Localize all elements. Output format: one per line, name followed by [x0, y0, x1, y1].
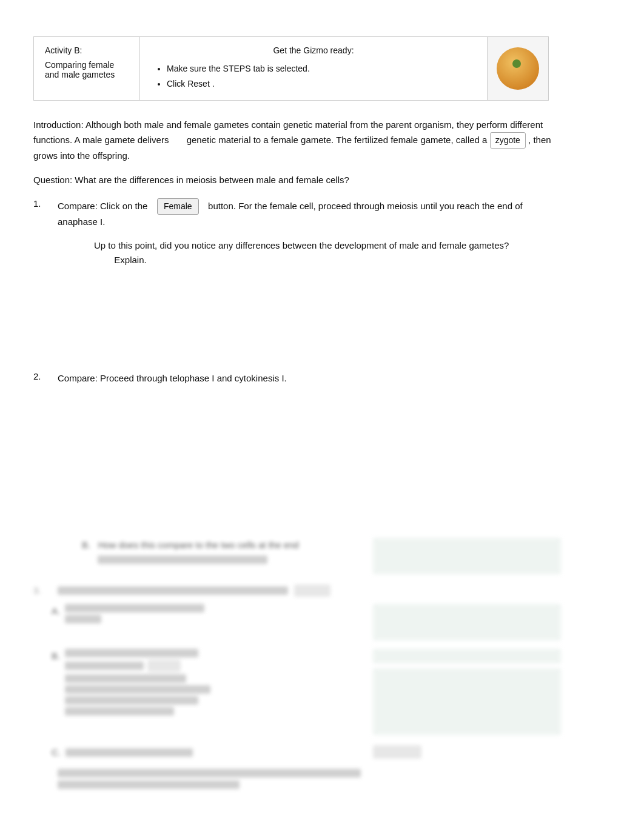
- item-3-header-text: [58, 585, 561, 597]
- sub-c-row: C.: [33, 745, 561, 760]
- sub-a-text: [65, 604, 204, 623]
- female-button-label: Female: [157, 198, 199, 215]
- list-item-2: 2. Compare: Proceed through telophase I …: [33, 371, 561, 526]
- item-1-sub-question: Up to this point, did you notice any dif…: [58, 238, 561, 269]
- bottom-blurred-text: [33, 769, 561, 789]
- sub-b-left: B.: [33, 649, 363, 716]
- item-2-number: 2.: [33, 371, 58, 526]
- spacer-2: [58, 392, 561, 477]
- gizmo-graphic: [497, 47, 539, 90]
- intro-text-1: Introduction: Although both male and fem…: [33, 119, 543, 145]
- compare-b-text: How does this compare to the two cells a…: [93, 540, 298, 550]
- activity-image: [488, 37, 548, 100]
- compare-b-section: B. How does this compare to the two cell…: [33, 538, 561, 576]
- item-3-blurred: 3. A.: [33, 585, 561, 789]
- item-3-header: 3.: [33, 585, 561, 597]
- sub-c-text: [65, 748, 193, 757]
- answer-a-input[interactable]: [373, 604, 561, 640]
- zygote-highlight: zygote: [490, 132, 526, 148]
- answer-c-highlight: [373, 745, 421, 759]
- sub-b-text: [65, 649, 210, 716]
- sub-c-letter: C.: [52, 745, 61, 760]
- sub-a-right: [373, 604, 561, 640]
- sub-b-letter: B.: [52, 649, 60, 664]
- item-3-highlight: [294, 585, 330, 597]
- activity-label: Activity B: Comparing female and male ga…: [34, 37, 140, 100]
- numbered-list: 1. Compare: Click on the Female button. …: [33, 198, 561, 526]
- instruction-item-2: Click Reset .: [167, 76, 475, 92]
- sub-a-row: A.: [33, 604, 561, 640]
- sub-a-letter: A.: [52, 604, 60, 619]
- sub-a-left: A.: [33, 604, 363, 623]
- introduction-paragraph: Introduction: Although both male and fem…: [33, 118, 561, 163]
- compare-b-left: B. How does this compare to the two cell…: [33, 538, 363, 576]
- item-3-text-bar: [58, 586, 288, 595]
- compare-b-answer-box: [373, 538, 561, 576]
- activity-title: Activity B:: [45, 45, 129, 55]
- compare-b-label: B.: [82, 540, 90, 550]
- answer-b2-top[interactable]: [373, 649, 561, 663]
- activity-box: Activity B: Comparing female and male ga…: [33, 36, 549, 101]
- item-1-content: Compare: Click on the Female button. For…: [58, 198, 561, 359]
- item-2-text: Compare: Proceed through telophase I and…: [58, 371, 561, 386]
- instructions-list: Make sure the STEPS tab is selected. Cli…: [152, 61, 475, 92]
- sub-c-left: C.: [33, 745, 363, 760]
- activity-instructions: Get the Gizmo ready: Make sure the STEPS…: [140, 37, 488, 100]
- answer-b-input[interactable]: [373, 538, 561, 574]
- answer-b2-main[interactable]: [373, 668, 561, 735]
- sub-b-row: B.: [33, 649, 561, 737]
- instruction-item-1: Make sure the STEPS tab is selected.: [167, 61, 475, 76]
- item-3-num: 3.: [33, 585, 58, 595]
- list-item-1: 1. Compare: Click on the Female button. …: [33, 198, 561, 359]
- item-1-number: 1.: [33, 198, 58, 359]
- sub-b-right: [373, 649, 561, 737]
- get-ready-title: Get the Gizmo ready:: [152, 45, 475, 55]
- spacer-1: [58, 274, 561, 359]
- sub-question-text: Up to this point, did you notice any dif…: [94, 238, 561, 269]
- blurred-section: B. How does this compare to the two cell…: [33, 538, 561, 789]
- item-2-content: Compare: Proceed through telophase I and…: [58, 371, 561, 526]
- item-1-text: Compare: Click on the Female button. For…: [58, 198, 561, 230]
- sub-c-right: [373, 745, 561, 759]
- activity-subtitle: Comparing female and male gametes: [45, 60, 129, 79]
- question-text: Question: What are the differences in me…: [33, 173, 561, 187]
- spacer-2b: [58, 477, 561, 526]
